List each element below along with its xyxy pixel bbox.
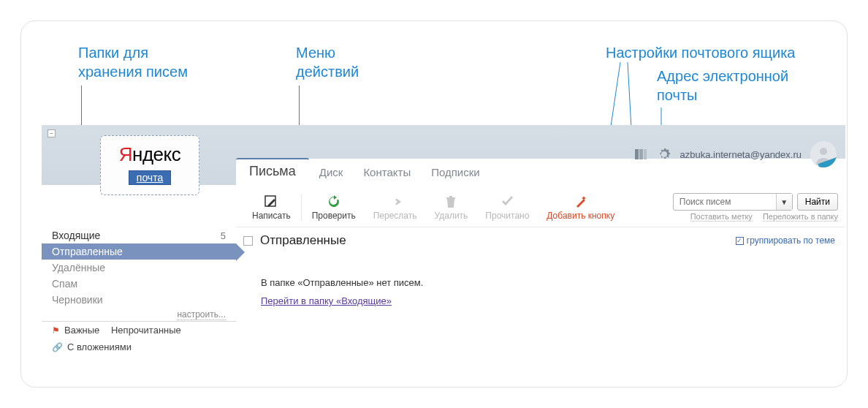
search-input[interactable] [674, 194, 776, 210]
logo-brand: Яндекс [101, 143, 199, 166]
configure-link[interactable]: настроить... [177, 309, 226, 320]
folder-label: Черновики [52, 294, 103, 306]
folder-spam[interactable]: Спам [42, 276, 236, 292]
folder-label: Спам [52, 278, 77, 290]
annotation-settings: Настройки почтового ящика [606, 43, 795, 62]
empty-state: В папке «Отправленные» нет писем. Перейт… [261, 277, 423, 306]
move-action[interactable]: Переложить в папку [763, 212, 838, 222]
refresh-icon [327, 194, 341, 209]
folders-panel: Входящие 5 Отправленные Удалённые Спам Ч… [42, 227, 236, 355]
filter-important-label: Важные [64, 325, 99, 336]
group-by-thread[interactable]: ✓ группировать по теме [736, 235, 845, 246]
folder-trash[interactable]: Удалённые [42, 260, 236, 276]
toolbar-separator [301, 194, 302, 221]
compose-button[interactable]: Написать [243, 194, 300, 221]
folder-label: Удалённые [52, 262, 105, 273]
filter-attachments[interactable]: 🔗 С вложениями [42, 339, 236, 355]
folder-label: Входящие [52, 230, 100, 241]
check-icon [500, 194, 514, 209]
goto-inbox-link[interactable]: Перейти в папку «Входящие» [261, 295, 392, 306]
toolbar-right: ▼ Найти Поставить метку Переложить в пап… [673, 193, 838, 222]
folder-title-text: Отправленные [260, 233, 346, 248]
search-box: ▼ [673, 193, 793, 211]
tab-contacts[interactable]: Контакты [353, 160, 421, 185]
forward-button[interactable]: Переслать [365, 194, 426, 221]
user-email[interactable]: azbuka.interneta@yandex.ru [680, 149, 802, 160]
sub-actions: Поставить метку Переложить в папку [690, 212, 838, 222]
delete-button[interactable]: Удалить [426, 194, 477, 221]
frame: Папки для хранения писем Меню действий Н… [20, 20, 848, 388]
folder-inbox[interactable]: Входящие 5 [42, 227, 236, 243]
annotation-actions: Меню действий [296, 43, 359, 81]
filter-unread-label: Непрочитанные [111, 325, 181, 336]
svg-point-6 [820, 148, 827, 155]
logo-mail-badge: почта [129, 170, 171, 185]
compose-icon [264, 194, 278, 209]
mail-app: − Яндекс почта azbuka.interneta@yandex.r… [42, 125, 845, 382]
tab-disk[interactable]: Диск [309, 160, 354, 185]
add-button-button[interactable]: Добавить кнопку [538, 194, 623, 221]
check-button[interactable]: Проверить [303, 194, 365, 221]
annotation-email: Адрес электронной почты [657, 67, 788, 105]
collapse-button[interactable]: − [47, 129, 56, 137]
trash-icon [443, 194, 458, 209]
wand-icon [574, 194, 588, 209]
checkbox-icon: ✓ [736, 237, 744, 245]
annotation-folders: Папки для хранения писем [78, 43, 188, 81]
search-row: ▼ Найти [673, 193, 838, 211]
folder-sent[interactable]: Отправленные [42, 243, 236, 260]
folder-count: 5 [221, 230, 226, 241]
filter-attach-label: С вложениями [67, 341, 132, 352]
top-icons: azbuka.interneta@yandex.ru [633, 141, 837, 167]
logo[interactable]: Яндекс почта [100, 135, 199, 195]
svg-rect-3 [635, 149, 639, 159]
folder-title: Отправленные [243, 233, 346, 248]
filter-important-unread[interactable]: ⚑ Важные Непрочитанные [42, 322, 236, 339]
tab-mail[interactable]: Письма [236, 158, 309, 185]
gear-icon[interactable] [657, 147, 671, 162]
read-button[interactable]: Прочитано [476, 194, 538, 221]
clip-icon: 🔗 [52, 342, 63, 352]
svg-rect-5 [644, 149, 647, 159]
group-label: группировать по теме [747, 235, 835, 246]
configure-link-row: настроить... [42, 308, 236, 322]
content-header: Отправленные ✓ группировать по теме [243, 233, 845, 248]
folder-label: Отправленные [52, 246, 123, 257]
folder-drafts[interactable]: Черновики [42, 292, 236, 308]
select-all-checkbox[interactable] [243, 236, 253, 246]
search-dropdown[interactable]: ▼ [776, 194, 792, 210]
service-tabs: Письма Диск Контакты Подписки [236, 159, 490, 185]
empty-text: В папке «Отправленные» нет писем. [261, 277, 423, 288]
find-button[interactable]: Найти [797, 193, 838, 211]
mark-action[interactable]: Поставить метку [690, 212, 753, 222]
flag-icon: ⚑ [52, 325, 60, 336]
stage: Папки для хранения писем Меню действий Н… [0, 0, 868, 408]
avatar[interactable] [810, 141, 837, 167]
svg-rect-4 [639, 149, 643, 159]
forward-icon [388, 194, 403, 209]
toolbar: Написать Проверить Переслать Удалить [236, 185, 845, 227]
tab-subscriptions[interactable]: Подписки [421, 160, 490, 185]
themes-icon[interactable] [633, 147, 648, 162]
